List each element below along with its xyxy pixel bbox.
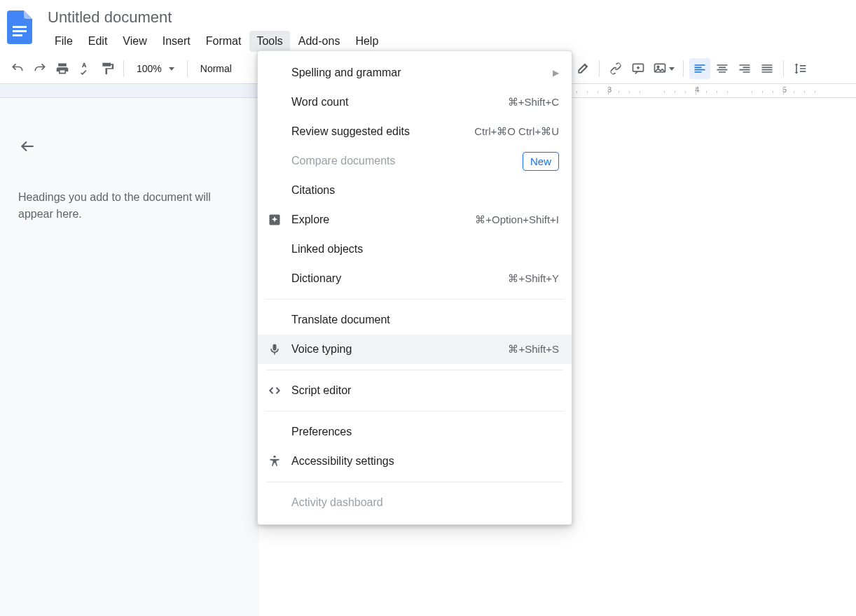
toolbar-separator [599,60,600,77]
paragraph-style-select[interactable]: Normal [193,63,239,74]
menu-item-preferences[interactable]: Preferences [258,417,572,447]
menu-shortcut: ⌘+Shift+C [508,96,559,108]
toolbar-separator [187,60,188,77]
menu-item-label: Preferences [291,426,559,438]
menu-separator [266,299,563,300]
menu-item-label: Accessibility settings [291,455,559,468]
style-value: Normal [200,63,232,74]
menu-item-label: Dictionary [291,272,497,285]
document-title[interactable]: Untitled document [48,6,385,31]
menu-insert[interactable]: Insert [156,31,198,52]
menu-item-label: Translate document [291,314,559,326]
toolbar-separator [123,60,124,77]
svg-rect-0 [13,26,27,28]
menu-separator [266,482,563,482]
outline-pane: Headings you add to the document will ap… [0,98,259,616]
toolbar-separator [683,60,684,77]
align-left-button[interactable] [689,58,710,79]
blank-icon [266,94,283,111]
code-icon [266,382,283,399]
menu-item-explore[interactable]: Explore⌘+Option+Shift+I [258,205,572,234]
toolbar-separator [783,60,784,77]
undo-button[interactable] [7,58,28,79]
blank-icon [266,312,283,328]
blank-icon [266,153,283,169]
menu-item-review-suggested-edits[interactable]: Review suggested editsCtrl+⌘O Ctrl+⌘U [258,117,572,146]
line-spacing-button[interactable] [789,58,810,79]
menu-item-label: Explore [291,214,464,226]
menu-item-accessibility-settings[interactable]: Accessibility settings [258,447,572,476]
menu-item-label: Spelling and grammar [291,66,541,79]
align-center-button[interactable] [712,58,733,79]
menu-separator [266,411,563,412]
zoom-select[interactable]: 100% [130,63,181,74]
menu-shortcut: ⌘+Shift+S [508,343,559,356]
titlebar: Untitled document FileEditViewInsertForm… [0,0,856,53]
close-outline-button[interactable] [18,137,38,157]
menu-item-translate-document[interactable]: Translate document [258,305,572,335]
explore-icon [266,211,283,228]
blank-icon [266,64,283,81]
menu-item-label: Review suggested edits [291,125,463,138]
zoom-value: 100% [137,63,162,74]
menu-item-label: Compare documents [291,155,523,167]
align-justify-button[interactable] [757,58,778,79]
menu-item-label: Word count [291,96,497,108]
blank-icon [266,494,283,511]
mic-icon [266,341,283,358]
menu-item-compare-documents: Compare documentsNew [258,146,572,176]
blank-icon [266,182,283,199]
svg-point-7 [273,456,275,458]
tools-menu-dropdown: Spelling and grammar▶Word count⌘+Shift+C… [257,50,572,525]
align-right-button[interactable] [734,58,755,79]
highlight-color-button[interactable] [572,58,593,79]
insert-image-button[interactable] [650,58,677,79]
add-comment-button[interactable] [628,58,649,79]
menu-item-label: Citations [291,184,559,197]
submenu-arrow-icon: ▶ [553,68,559,78]
print-button[interactable] [52,58,73,79]
blank-icon [266,424,283,440]
menu-file[interactable]: File [48,31,80,52]
spellcheck-button[interactable] [74,58,95,79]
menu-tools[interactable]: Tools [249,31,289,52]
caret-down-icon [669,67,675,71]
menu-view[interactable]: View [116,31,153,52]
paint-format-button[interactable] [97,58,118,79]
menu-edit[interactable]: Edit [81,31,115,52]
menu-item-label: Voice typing [291,343,497,356]
menu-item-word-count[interactable]: Word count⌘+Shift+C [258,88,572,117]
menu-item-voice-typing[interactable]: Voice typing⌘+Shift+S [258,335,572,364]
menu-help[interactable]: Help [348,31,385,52]
blank-icon [266,241,283,258]
blank-icon [266,270,283,287]
menu-item-spelling-and-grammar[interactable]: Spelling and grammar▶ [258,58,572,88]
menu-item-label: Script editor [291,384,559,397]
insert-link-button[interactable] [605,58,626,79]
menu-separator [266,370,563,370]
svg-rect-1 [13,30,27,32]
menu-item-script-editor[interactable]: Script editor [258,376,572,405]
outline-empty-hint: Headings you add to the document will ap… [18,189,231,223]
menu-shortcut: ⌘+Shift+Y [508,272,559,285]
menu-item-label: Linked objects [291,243,559,255]
menu-add-ons[interactable]: Add-ons [291,31,347,52]
menu-item-dictionary[interactable]: Dictionary⌘+Shift+Y [258,264,572,293]
accessibility-icon [266,453,283,470]
docs-logo[interactable] [6,8,34,46]
menu-item-activity-dashboard: Activity dashboard [258,488,572,517]
menu-item-label: Activity dashboard [291,496,559,509]
menubar: FileEditViewInsertFormatToolsAdd-onsHelp [48,31,385,52]
menu-shortcut: ⌘+Option+Shift+I [475,214,559,226]
menu-format[interactable]: Format [199,31,249,52]
menu-item-linked-objects[interactable]: Linked objects [258,234,572,264]
svg-rect-2 [13,34,22,36]
new-badge: New [523,152,559,171]
menu-item-citations[interactable]: Citations [258,176,572,205]
menu-shortcut: Ctrl+⌘O Ctrl+⌘U [474,125,559,138]
caret-down-icon [169,67,174,71]
redo-button[interactable] [29,58,50,79]
svg-point-5 [657,66,659,68]
blank-icon [266,123,283,140]
